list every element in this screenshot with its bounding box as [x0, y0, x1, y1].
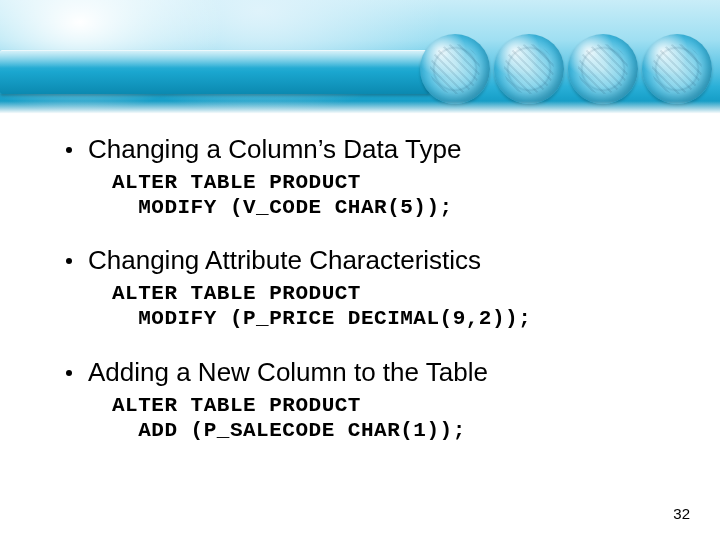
- code-line: MODIFY (P_PRICE DECIMAL(9,2));: [112, 307, 531, 330]
- code-line: ALTER TABLE PRODUCT: [112, 282, 361, 305]
- bullet-dot-icon: [66, 370, 72, 376]
- banner-disc-row: [420, 34, 712, 104]
- bullet-heading-text: Changing Attribute Characteristics: [88, 246, 481, 276]
- banner-title-bar: [0, 50, 430, 94]
- bullet-heading: Changing Attribute Characteristics: [44, 246, 676, 276]
- bullet-heading: Changing a Column’s Data Type: [44, 135, 676, 165]
- code-block: ALTER TABLE PRODUCT MODIFY (V_CODE CHAR(…: [112, 171, 676, 221]
- code-block: ALTER TABLE PRODUCT ADD (P_SALECODE CHAR…: [112, 394, 676, 444]
- code-line: ALTER TABLE PRODUCT: [112, 394, 361, 417]
- banner-disc-icon: [568, 34, 638, 104]
- banner-disc-icon: [494, 34, 564, 104]
- slide-content: Changing a Column’s Data Type ALTER TABL…: [0, 115, 720, 443]
- bullet-section: Changing a Column’s Data Type ALTER TABL…: [44, 135, 676, 220]
- banner-disc-icon: [420, 34, 490, 104]
- code-line: ALTER TABLE PRODUCT: [112, 171, 361, 194]
- slide-banner: [0, 0, 720, 115]
- banner-disc-icon: [642, 34, 712, 104]
- bullet-heading: Adding a New Column to the Table: [44, 358, 676, 388]
- code-block: ALTER TABLE PRODUCT MODIFY (P_PRICE DECI…: [112, 282, 676, 332]
- banner-fade: [0, 101, 720, 115]
- page-number: 32: [673, 505, 690, 522]
- code-line: ADD (P_SALECODE CHAR(1));: [112, 419, 466, 442]
- bullet-dot-icon: [66, 258, 72, 264]
- bullet-heading-text: Adding a New Column to the Table: [88, 358, 488, 388]
- bullet-section: Changing Attribute Characteristics ALTER…: [44, 246, 676, 331]
- bullet-section: Adding a New Column to the Table ALTER T…: [44, 358, 676, 443]
- bullet-heading-text: Changing a Column’s Data Type: [88, 135, 461, 165]
- code-line: MODIFY (V_CODE CHAR(5));: [112, 196, 453, 219]
- bullet-dot-icon: [66, 147, 72, 153]
